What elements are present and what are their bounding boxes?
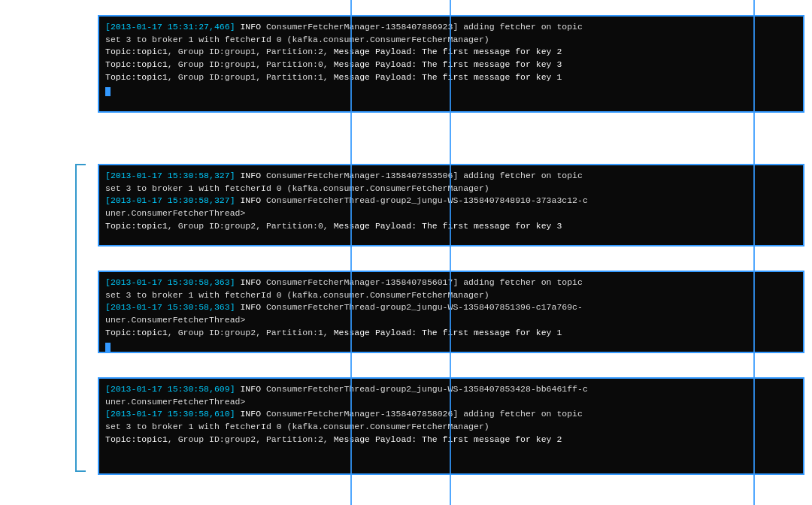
vline-vl2	[450, 0, 451, 505]
group2-bracket	[75, 164, 86, 472]
terminal-t3: [2013-01-17 15:30:58,363] INFO ConsumerF…	[98, 271, 804, 353]
main-container: [2013-01-17 15:31:27,466] INFO ConsumerF…	[0, 0, 812, 505]
terminal-t1: [2013-01-17 15:31:27,466] INFO ConsumerF…	[98, 15, 804, 113]
vline-vl3	[753, 0, 755, 505]
terminal-t2: [2013-01-17 15:30:58,327] INFO ConsumerF…	[98, 164, 804, 246]
terminal-t4: [2013-01-17 15:30:58,609] INFO ConsumerF…	[98, 377, 804, 475]
vline-vl1	[350, 0, 352, 505]
